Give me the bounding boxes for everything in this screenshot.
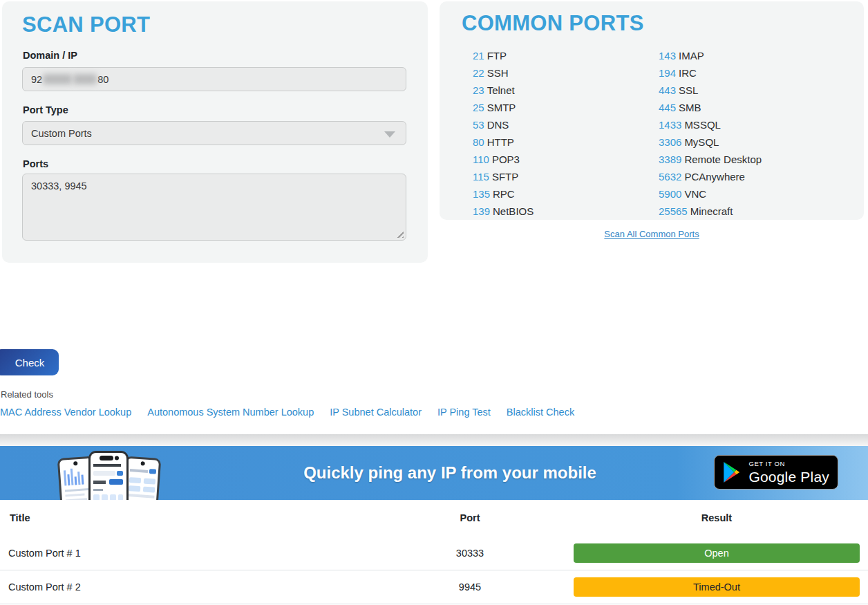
common-port-link[interactable]: 23 xyxy=(473,84,484,96)
badge-bottom-text: Google Play xyxy=(748,469,829,484)
common-port-item: 21FTP xyxy=(473,47,534,64)
result-status-badge: Open xyxy=(574,543,860,563)
related-tool-link[interactable]: IP Subnet Calculator xyxy=(330,407,422,418)
common-port-item: 143IMAP xyxy=(659,47,762,64)
common-port-name: MSSQL xyxy=(684,119,721,131)
common-port-link[interactable]: 139 xyxy=(473,205,490,217)
common-port-name: Telnet xyxy=(487,84,515,96)
table-row: Custom Port # 2 9945 Timed-Out xyxy=(0,570,868,604)
common-port-item: 25565Minecraft xyxy=(659,203,762,220)
result-row-title: Custom Port # 2 xyxy=(8,581,81,593)
ports-label: Ports xyxy=(23,158,48,169)
common-port-name: POP3 xyxy=(492,153,520,165)
common-port-item: 80HTTP xyxy=(473,133,534,151)
common-port-item: 445SMB xyxy=(659,99,762,116)
common-port-item: 3389Remote Desktop xyxy=(659,151,762,168)
google-play-badge[interactable]: GET IT ON Google Play xyxy=(714,455,838,490)
ports-textarea[interactable]: 30333, 9945 xyxy=(22,174,406,241)
common-ports-column-left: 21FTP 22SSH 23Telnet 25SMTP 53DNS 80HTTP… xyxy=(473,47,534,220)
common-ports-panel: COMMON PORTS 21FTP 22SSH 23Telnet 25SMTP… xyxy=(440,1,864,220)
scan-results-table: Title Port Result Custom Port # 1 30333 … xyxy=(0,500,868,604)
related-tool-link[interactable]: Autonomous System Number Lookup xyxy=(147,407,314,418)
mobile-app-banner: Quickly ping any IP from your mobile GET… xyxy=(0,446,868,500)
common-port-name: Remote Desktop xyxy=(684,153,762,165)
port-type-selected-value: Custom Ports xyxy=(31,128,92,139)
redacted-ip-segment xyxy=(73,74,97,84)
common-port-item: 3306MySQL xyxy=(659,133,762,151)
common-port-item: 5900VNC xyxy=(659,185,762,203)
common-port-name: Minecraft xyxy=(690,205,733,217)
common-port-name: DNS xyxy=(487,119,509,131)
common-port-link[interactable]: 21 xyxy=(473,50,484,62)
result-row-port: 30333 xyxy=(456,548,484,559)
banner-top-shadow xyxy=(0,434,868,446)
common-port-item: 53DNS xyxy=(473,116,534,133)
common-port-item: 1433MSSQL xyxy=(659,116,762,133)
common-port-name: NetBIOS xyxy=(493,205,534,217)
common-ports-title: COMMON PORTS xyxy=(462,11,644,36)
scan-port-title: SCAN PORT xyxy=(22,12,150,37)
common-port-item: 135RPC xyxy=(473,185,534,203)
result-row-title: Custom Port # 1 xyxy=(8,548,81,559)
related-tool-link[interactable]: Blacklist Check xyxy=(507,407,574,418)
common-port-link[interactable]: 3306 xyxy=(659,136,681,148)
domain-ip-input[interactable]: 9280 xyxy=(22,67,406,91)
common-port-name: SFTP xyxy=(492,171,518,183)
common-port-link[interactable]: 194 xyxy=(659,67,676,79)
port-type-select[interactable]: Custom Ports xyxy=(22,121,406,145)
common-port-link[interactable]: 5632 xyxy=(659,171,681,183)
related-tools-links: MAC Address Vendor LookupAutonomous Syst… xyxy=(0,407,574,418)
common-port-name: SMTP xyxy=(487,102,516,113)
result-status-badge: Timed-Out xyxy=(574,577,860,597)
phones-image xyxy=(48,449,170,500)
common-port-name: SMB xyxy=(679,102,701,113)
common-port-link[interactable]: 443 xyxy=(659,84,676,96)
chevron-down-icon xyxy=(384,131,395,138)
port-type-label: Port Type xyxy=(23,104,68,115)
common-port-item: 443SSL xyxy=(659,82,762,99)
common-ports-column-right: 143IMAP 194IRC 443SSL 445SMB 1433MSSQL 3… xyxy=(659,47,762,220)
common-port-link[interactable]: 1433 xyxy=(659,119,681,131)
common-port-name: SSL xyxy=(679,84,698,96)
common-port-link[interactable]: 80 xyxy=(473,136,484,148)
common-port-link[interactable]: 53 xyxy=(473,119,484,131)
related-tools-heading: Related tools xyxy=(1,389,53,400)
common-port-name: IMAP xyxy=(679,50,704,62)
common-port-item: 139NetBIOS xyxy=(473,203,534,220)
common-port-item: 194IRC xyxy=(659,64,762,82)
common-port-item: 23Telnet xyxy=(473,82,534,99)
ports-textarea-wrap: 30333, 9945 xyxy=(22,174,406,241)
common-port-link[interactable]: 135 xyxy=(473,188,490,200)
common-port-item: 25SMTP xyxy=(473,99,534,116)
header-title: Title xyxy=(10,512,30,523)
port-scanner-page: SCAN PORT Domain / IP 9280 Port Type Cus… xyxy=(0,0,868,605)
common-port-link[interactable]: 110 xyxy=(473,153,489,165)
common-port-link[interactable]: 22 xyxy=(473,67,484,79)
common-port-item: 22SSH xyxy=(473,64,534,82)
common-port-name: IRC xyxy=(679,67,697,79)
domain-ip-value-prefix: 92 xyxy=(31,74,42,85)
common-port-item: 5632PCAnywhere xyxy=(659,168,762,185)
common-port-link[interactable]: 3389 xyxy=(659,153,681,165)
header-port: Port xyxy=(460,512,480,523)
scan-port-panel: SCAN PORT Domain / IP 9280 Port Type Cus… xyxy=(2,1,428,263)
common-port-name: HTTP xyxy=(487,136,514,148)
common-port-link[interactable]: 115 xyxy=(473,171,489,183)
common-port-item: 110POP3 xyxy=(473,151,534,168)
common-port-link[interactable]: 5900 xyxy=(659,188,681,200)
table-row: Custom Port # 1 30333 Open xyxy=(0,536,868,570)
related-tool-link[interactable]: IP Ping Test xyxy=(437,407,491,418)
common-port-name: FTP xyxy=(487,50,507,62)
common-port-link[interactable]: 445 xyxy=(659,102,676,113)
common-port-name: MySQL xyxy=(684,136,719,148)
related-tool-link[interactable]: MAC Address Vendor Lookup xyxy=(0,407,131,418)
common-port-link[interactable]: 25 xyxy=(473,102,484,113)
common-port-link[interactable]: 143 xyxy=(659,50,676,62)
scan-all-common-ports-link[interactable]: Scan All Common Ports xyxy=(604,229,699,239)
common-port-link[interactable]: 25565 xyxy=(659,205,688,217)
common-port-name: SSH xyxy=(487,67,509,79)
common-port-item: 115SFTP xyxy=(473,168,534,185)
check-button[interactable]: Check xyxy=(0,349,59,375)
google-play-badge-text: GET IT ON Google Play xyxy=(748,460,829,484)
results-header-row: Title Port Result xyxy=(0,500,868,536)
